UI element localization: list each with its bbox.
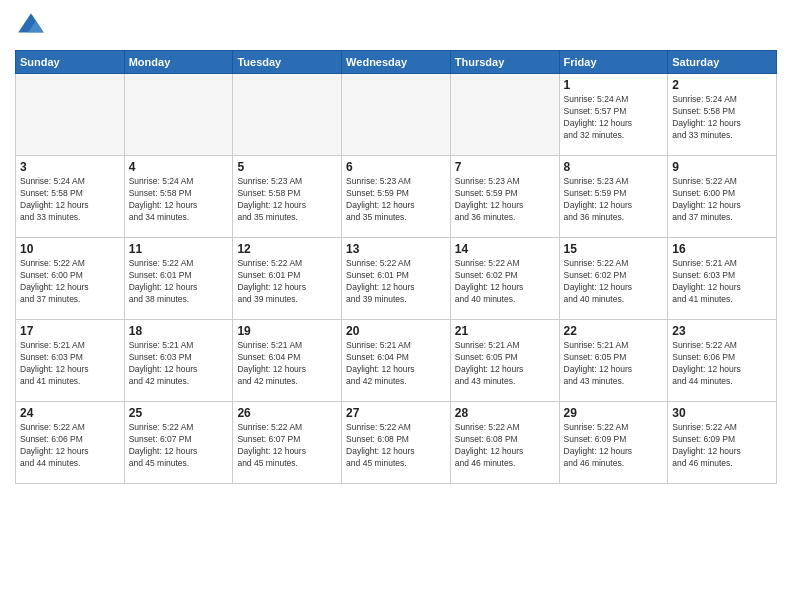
day-number: 11 — [129, 242, 229, 256]
day-number: 24 — [20, 406, 120, 420]
calendar-cell: 24Sunrise: 5:22 AM Sunset: 6:06 PM Dayli… — [16, 402, 125, 484]
day-info: Sunrise: 5:22 AM Sunset: 6:08 PM Dayligh… — [346, 422, 446, 470]
day-info: Sunrise: 5:22 AM Sunset: 6:09 PM Dayligh… — [672, 422, 772, 470]
col-header-saturday: Saturday — [668, 51, 777, 74]
calendar-cell: 25Sunrise: 5:22 AM Sunset: 6:07 PM Dayli… — [124, 402, 233, 484]
day-info: Sunrise: 5:22 AM Sunset: 6:01 PM Dayligh… — [346, 258, 446, 306]
day-number: 28 — [455, 406, 555, 420]
calendar-cell: 3Sunrise: 5:24 AM Sunset: 5:58 PM Daylig… — [16, 156, 125, 238]
day-number: 26 — [237, 406, 337, 420]
day-number: 17 — [20, 324, 120, 338]
header — [15, 10, 777, 42]
calendar-cell: 14Sunrise: 5:22 AM Sunset: 6:02 PM Dayli… — [450, 238, 559, 320]
calendar-cell: 29Sunrise: 5:22 AM Sunset: 6:09 PM Dayli… — [559, 402, 668, 484]
calendar-cell: 13Sunrise: 5:22 AM Sunset: 6:01 PM Dayli… — [342, 238, 451, 320]
calendar-header-row: SundayMondayTuesdayWednesdayThursdayFrid… — [16, 51, 777, 74]
day-number: 27 — [346, 406, 446, 420]
calendar-week-row: 17Sunrise: 5:21 AM Sunset: 6:03 PM Dayli… — [16, 320, 777, 402]
day-number: 7 — [455, 160, 555, 174]
calendar-cell: 22Sunrise: 5:21 AM Sunset: 6:05 PM Dayli… — [559, 320, 668, 402]
calendar-cell: 7Sunrise: 5:23 AM Sunset: 5:59 PM Daylig… — [450, 156, 559, 238]
calendar-cell — [233, 74, 342, 156]
day-info: Sunrise: 5:21 AM Sunset: 6:05 PM Dayligh… — [564, 340, 664, 388]
day-info: Sunrise: 5:24 AM Sunset: 5:58 PM Dayligh… — [672, 94, 772, 142]
day-info: Sunrise: 5:22 AM Sunset: 6:00 PM Dayligh… — [20, 258, 120, 306]
day-info: Sunrise: 5:22 AM Sunset: 6:01 PM Dayligh… — [129, 258, 229, 306]
calendar-cell: 4Sunrise: 5:24 AM Sunset: 5:58 PM Daylig… — [124, 156, 233, 238]
calendar-cell: 2Sunrise: 5:24 AM Sunset: 5:58 PM Daylig… — [668, 74, 777, 156]
calendar-cell: 11Sunrise: 5:22 AM Sunset: 6:01 PM Dayli… — [124, 238, 233, 320]
calendar-cell — [450, 74, 559, 156]
calendar-cell: 9Sunrise: 5:22 AM Sunset: 6:00 PM Daylig… — [668, 156, 777, 238]
day-info: Sunrise: 5:21 AM Sunset: 6:04 PM Dayligh… — [237, 340, 337, 388]
page: SundayMondayTuesdayWednesdayThursdayFrid… — [0, 0, 792, 612]
day-number: 12 — [237, 242, 337, 256]
day-number: 18 — [129, 324, 229, 338]
day-number: 9 — [672, 160, 772, 174]
day-number: 5 — [237, 160, 337, 174]
day-info: Sunrise: 5:24 AM Sunset: 5:58 PM Dayligh… — [20, 176, 120, 224]
calendar-week-row: 10Sunrise: 5:22 AM Sunset: 6:00 PM Dayli… — [16, 238, 777, 320]
day-info: Sunrise: 5:23 AM Sunset: 5:59 PM Dayligh… — [346, 176, 446, 224]
calendar-cell: 16Sunrise: 5:21 AM Sunset: 6:03 PM Dayli… — [668, 238, 777, 320]
day-info: Sunrise: 5:22 AM Sunset: 6:00 PM Dayligh… — [672, 176, 772, 224]
col-header-wednesday: Wednesday — [342, 51, 451, 74]
day-number: 13 — [346, 242, 446, 256]
day-info: Sunrise: 5:21 AM Sunset: 6:04 PM Dayligh… — [346, 340, 446, 388]
day-info: Sunrise: 5:21 AM Sunset: 6:03 PM Dayligh… — [129, 340, 229, 388]
day-number: 29 — [564, 406, 664, 420]
calendar-cell: 8Sunrise: 5:23 AM Sunset: 5:59 PM Daylig… — [559, 156, 668, 238]
day-number: 25 — [129, 406, 229, 420]
day-info: Sunrise: 5:21 AM Sunset: 6:03 PM Dayligh… — [20, 340, 120, 388]
calendar-cell: 12Sunrise: 5:22 AM Sunset: 6:01 PM Dayli… — [233, 238, 342, 320]
calendar-cell: 21Sunrise: 5:21 AM Sunset: 6:05 PM Dayli… — [450, 320, 559, 402]
day-info: Sunrise: 5:22 AM Sunset: 6:06 PM Dayligh… — [20, 422, 120, 470]
calendar-cell: 27Sunrise: 5:22 AM Sunset: 6:08 PM Dayli… — [342, 402, 451, 484]
day-info: Sunrise: 5:22 AM Sunset: 6:08 PM Dayligh… — [455, 422, 555, 470]
day-number: 15 — [564, 242, 664, 256]
day-info: Sunrise: 5:22 AM Sunset: 6:07 PM Dayligh… — [237, 422, 337, 470]
day-info: Sunrise: 5:23 AM Sunset: 5:58 PM Dayligh… — [237, 176, 337, 224]
day-number: 16 — [672, 242, 772, 256]
day-info: Sunrise: 5:22 AM Sunset: 6:01 PM Dayligh… — [237, 258, 337, 306]
calendar-cell: 18Sunrise: 5:21 AM Sunset: 6:03 PM Dayli… — [124, 320, 233, 402]
calendar-cell: 5Sunrise: 5:23 AM Sunset: 5:58 PM Daylig… — [233, 156, 342, 238]
day-info: Sunrise: 5:22 AM Sunset: 6:07 PM Dayligh… — [129, 422, 229, 470]
day-number: 22 — [564, 324, 664, 338]
day-info: Sunrise: 5:23 AM Sunset: 5:59 PM Dayligh… — [564, 176, 664, 224]
col-header-friday: Friday — [559, 51, 668, 74]
calendar-table: SundayMondayTuesdayWednesdayThursdayFrid… — [15, 50, 777, 484]
calendar-week-row: 3Sunrise: 5:24 AM Sunset: 5:58 PM Daylig… — [16, 156, 777, 238]
day-number: 20 — [346, 324, 446, 338]
day-number: 23 — [672, 324, 772, 338]
calendar-cell: 10Sunrise: 5:22 AM Sunset: 6:00 PM Dayli… — [16, 238, 125, 320]
logo — [15, 10, 51, 42]
day-number: 1 — [564, 78, 664, 92]
calendar-cell: 15Sunrise: 5:22 AM Sunset: 6:02 PM Dayli… — [559, 238, 668, 320]
day-number: 6 — [346, 160, 446, 174]
day-info: Sunrise: 5:23 AM Sunset: 5:59 PM Dayligh… — [455, 176, 555, 224]
calendar-cell: 17Sunrise: 5:21 AM Sunset: 6:03 PM Dayli… — [16, 320, 125, 402]
day-info: Sunrise: 5:22 AM Sunset: 6:09 PM Dayligh… — [564, 422, 664, 470]
day-info: Sunrise: 5:21 AM Sunset: 6:05 PM Dayligh… — [455, 340, 555, 388]
calendar-cell: 1Sunrise: 5:24 AM Sunset: 5:57 PM Daylig… — [559, 74, 668, 156]
day-info: Sunrise: 5:24 AM Sunset: 5:57 PM Dayligh… — [564, 94, 664, 142]
calendar-week-row: 24Sunrise: 5:22 AM Sunset: 6:06 PM Dayli… — [16, 402, 777, 484]
day-number: 30 — [672, 406, 772, 420]
day-number: 10 — [20, 242, 120, 256]
calendar-cell: 6Sunrise: 5:23 AM Sunset: 5:59 PM Daylig… — [342, 156, 451, 238]
calendar-cell: 20Sunrise: 5:21 AM Sunset: 6:04 PM Dayli… — [342, 320, 451, 402]
day-info: Sunrise: 5:24 AM Sunset: 5:58 PM Dayligh… — [129, 176, 229, 224]
day-number: 4 — [129, 160, 229, 174]
calendar-cell: 26Sunrise: 5:22 AM Sunset: 6:07 PM Dayli… — [233, 402, 342, 484]
col-header-sunday: Sunday — [16, 51, 125, 74]
calendar-cell: 30Sunrise: 5:22 AM Sunset: 6:09 PM Dayli… — [668, 402, 777, 484]
day-number: 8 — [564, 160, 664, 174]
day-number: 14 — [455, 242, 555, 256]
calendar-cell — [342, 74, 451, 156]
calendar-week-row: 1Sunrise: 5:24 AM Sunset: 5:57 PM Daylig… — [16, 74, 777, 156]
day-number: 21 — [455, 324, 555, 338]
calendar-cell — [16, 74, 125, 156]
day-number: 19 — [237, 324, 337, 338]
calendar-cell: 19Sunrise: 5:21 AM Sunset: 6:04 PM Dayli… — [233, 320, 342, 402]
